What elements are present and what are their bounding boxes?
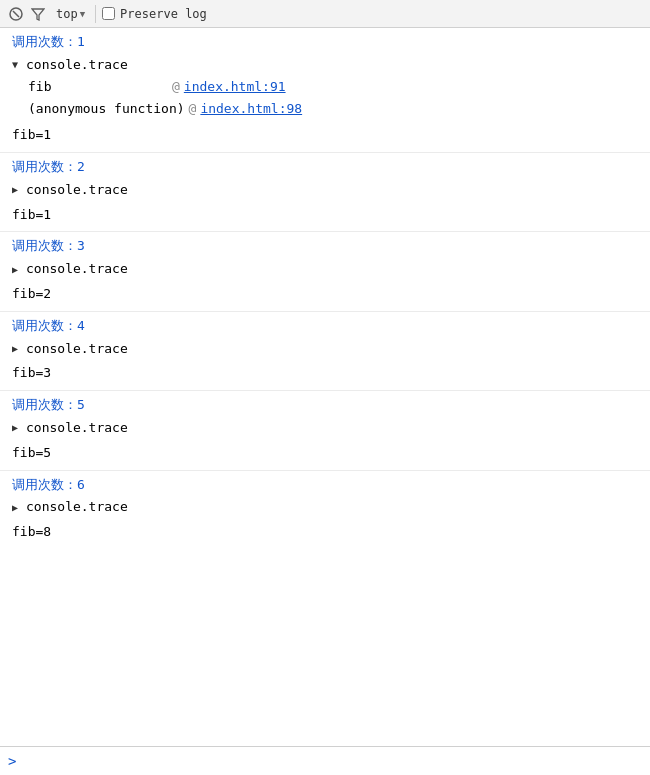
context-value: top xyxy=(56,7,78,21)
preserve-log-container[interactable]: Preserve log xyxy=(102,7,207,21)
trace-label: console.trace xyxy=(26,259,128,280)
trace-header[interactable]: ▶ console.trace xyxy=(12,259,642,280)
triangle-collapsed-icon: ▶ xyxy=(12,182,22,198)
triangle-collapsed-icon: ▶ xyxy=(12,341,22,357)
trace-block: ▼ console.trace fib @ index.html:91 (ano… xyxy=(12,53,642,123)
clear-console-icon[interactable] xyxy=(8,6,24,22)
trace-at-icon: @ xyxy=(189,99,197,120)
log-entry: 调用次数：6 ▶ console.trace fib=8 xyxy=(0,471,650,549)
triangle-collapsed-icon: ▶ xyxy=(12,262,22,278)
call-count-label: 调用次数：4 xyxy=(12,316,642,337)
log-entry: 调用次数：3 ▶ console.trace fib=2 xyxy=(0,232,650,311)
svg-line-1 xyxy=(13,11,19,17)
trace-line: (anonymous function) @ index.html:98 xyxy=(28,98,642,121)
trace-label: console.trace xyxy=(26,418,128,439)
preserve-log-label: Preserve log xyxy=(120,7,207,21)
fib-value: fib=2 xyxy=(12,282,642,307)
trace-block: ▶ console.trace xyxy=(12,257,642,282)
preserve-log-checkbox[interactable] xyxy=(102,7,115,20)
fib-value: fib=3 xyxy=(12,361,642,386)
trace-label: console.trace xyxy=(26,55,128,76)
call-count-label: 调用次数：5 xyxy=(12,395,642,416)
call-count-label: 调用次数：1 xyxy=(12,32,642,53)
trace-expanded: fib @ index.html:91 (anonymous function)… xyxy=(12,76,642,122)
log-entry: 调用次数：4 ▶ console.trace fib=3 xyxy=(0,312,650,391)
triangle-collapsed-icon: ▶ xyxy=(12,500,22,516)
fib-value: fib=1 xyxy=(12,203,642,228)
call-count-label: 调用次数：3 xyxy=(12,236,642,257)
trace-block: ▶ console.trace xyxy=(12,337,642,362)
trace-block: ▶ console.trace xyxy=(12,495,642,520)
trace-link[interactable]: index.html:91 xyxy=(184,77,286,98)
trace-link[interactable]: index.html:98 xyxy=(200,99,302,120)
log-entry: 调用次数：1 ▼ console.trace fib @ index.html:… xyxy=(0,28,650,153)
trace-header[interactable]: ▶ console.trace xyxy=(12,418,642,439)
trace-label: console.trace xyxy=(26,497,128,518)
trace-func: fib xyxy=(28,77,168,98)
prompt-chevron-icon: > xyxy=(8,753,16,769)
console-output: 调用次数：1 ▼ console.trace fib @ index.html:… xyxy=(0,28,650,739)
fib-value: fib=1 xyxy=(12,123,642,148)
filter-icon[interactable] xyxy=(30,6,46,22)
trace-func: (anonymous function) xyxy=(28,99,185,120)
trace-block: ▶ console.trace xyxy=(12,416,642,441)
log-entry: 调用次数：2 ▶ console.trace fib=1 xyxy=(0,153,650,232)
console-prompt: > xyxy=(0,746,650,775)
trace-header[interactable]: ▼ console.trace xyxy=(12,55,642,76)
trace-header[interactable]: ▶ console.trace xyxy=(12,497,642,518)
chevron-down-icon: ▼ xyxy=(80,9,85,19)
trace-at-icon: @ xyxy=(172,77,180,98)
log-entry: 调用次数：5 ▶ console.trace fib=5 xyxy=(0,391,650,470)
triangle-collapsed-icon: ▶ xyxy=(12,420,22,436)
fib-value: fib=5 xyxy=(12,441,642,466)
call-count-label: 调用次数：2 xyxy=(12,157,642,178)
context-selector[interactable]: top ▼ xyxy=(52,5,89,23)
trace-label: console.trace xyxy=(26,339,128,360)
trace-line: fib @ index.html:91 xyxy=(28,76,642,99)
trace-header[interactable]: ▶ console.trace xyxy=(12,339,642,360)
fib-value: fib=8 xyxy=(12,520,642,545)
trace-header[interactable]: ▶ console.trace xyxy=(12,180,642,201)
devtools-toolbar: top ▼ Preserve log xyxy=(0,0,650,28)
call-count-label: 调用次数：6 xyxy=(12,475,642,496)
toolbar-separator xyxy=(95,5,96,23)
trace-block: ▶ console.trace xyxy=(12,178,642,203)
triangle-expanded-icon: ▼ xyxy=(12,57,22,73)
trace-label: console.trace xyxy=(26,180,128,201)
